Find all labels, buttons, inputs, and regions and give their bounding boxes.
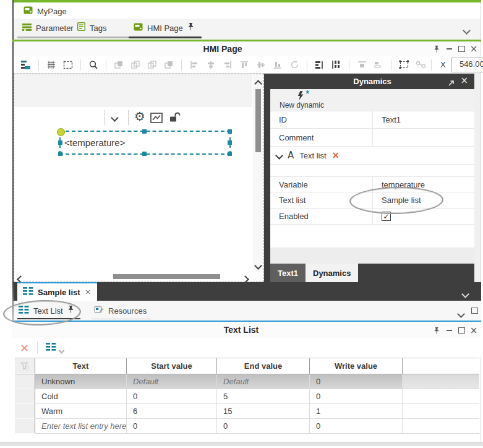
align-right-icon[interactable] (221, 59, 234, 71)
cell-end-value[interactable]: 15 (217, 404, 310, 419)
cell-write-value[interactable]: 1 (310, 404, 403, 419)
row-selector[interactable] (15, 374, 35, 389)
cell-write-value[interactable]: 0 (310, 374, 403, 389)
selection-handle[interactable] (58, 152, 62, 156)
cell-write-value[interactable]: 0 (310, 419, 403, 434)
selection-handle[interactable] (228, 140, 232, 145)
selection-handle[interactable] (228, 152, 232, 156)
selection-handle[interactable] (142, 129, 147, 134)
row-selector[interactable] (15, 389, 35, 404)
grid-icon[interactable] (45, 59, 58, 71)
row-selector[interactable] (15, 404, 35, 419)
link-icon[interactable] (414, 59, 427, 71)
hmi-canvas[interactable]: ⚙ <temperature> (14, 74, 264, 282)
scroll-down-icon[interactable] (255, 260, 261, 271)
select-area-icon[interactable] (398, 59, 410, 71)
cell-start-value[interactable]: 0 (127, 389, 217, 404)
element-chevron-down-icon[interactable] (112, 115, 118, 121)
zoom-icon[interactable] (87, 59, 100, 71)
bring-forward-icon[interactable] (129, 59, 142, 71)
distribute-horizontal-icon[interactable] (314, 59, 326, 71)
minimize-button[interactable] (444, 44, 454, 54)
enabled-checkbox[interactable]: ✓ (382, 212, 391, 221)
row-selector[interactable] (15, 419, 35, 434)
x-coordinate-spinbox[interactable] (451, 58, 483, 72)
undock-icon[interactable] (448, 78, 455, 89)
align-center-icon[interactable] (205, 59, 217, 71)
tab-hmi-page[interactable]: HMI Page (129, 20, 202, 36)
scroll-up-icon[interactable] (255, 78, 261, 89)
bring-to-front-icon[interactable] (113, 59, 125, 71)
distribute-vertical-icon[interactable] (330, 59, 343, 71)
minimize-button[interactable] (444, 325, 454, 335)
dropdown-chevron-icon[interactable] (59, 348, 65, 354)
cell-end-value[interactable]: 0 (217, 419, 310, 434)
send-to-back-icon[interactable] (163, 59, 175, 71)
new-textlist-icon[interactable] (46, 342, 56, 353)
align-top-icon[interactable] (238, 59, 250, 71)
tab-resources[interactable]: Resources (94, 303, 147, 318)
rotate-icon[interactable] (288, 59, 301, 71)
pin-icon[interactable] (187, 22, 194, 33)
selected-text-element[interactable]: <temperature> (59, 131, 231, 155)
new-dynamic-button[interactable]: * New dynamic (276, 90, 327, 110)
pin-icon[interactable] (67, 305, 74, 316)
maximize-button[interactable] (456, 44, 466, 54)
selection-frame-icon[interactable] (62, 59, 74, 71)
close-button[interactable]: × (469, 325, 479, 335)
align-middle-icon[interactable] (255, 59, 267, 71)
dynamics-close-icon[interactable]: × (460, 76, 468, 85)
gear-icon[interactable]: ⚙ (134, 109, 145, 124)
tab-parameter[interactable]: Parameter (17, 20, 80, 36)
cell-text[interactable]: Cold (35, 389, 127, 404)
cell-text[interactable]: Warm (35, 404, 127, 419)
doc-tab-mypage[interactable]: MyPage (20, 4, 71, 19)
pane-maximize-icon[interactable] (471, 308, 478, 314)
cell-end-value[interactable]: 5 (217, 389, 310, 404)
tab-text-list[interactable]: Text List (19, 303, 74, 318)
tab-overflow-chevron-icon[interactable] (464, 25, 469, 36)
tab-dynamics[interactable]: Dynamics (306, 264, 358, 282)
pane-chevron-icon[interactable] (458, 308, 464, 319)
tab-text1[interactable]: Text1 (270, 264, 306, 282)
selection-handle[interactable] (142, 152, 147, 156)
vscroll-thumb[interactable] (255, 89, 261, 152)
variable-value[interactable]: temperature (373, 177, 474, 192)
tabstrip-overflow-chevron-icon[interactable] (463, 288, 468, 299)
panel-splitter[interactable] (264, 74, 270, 282)
maximize-button[interactable] (456, 325, 466, 335)
canvas-hscrollbar[interactable] (14, 271, 253, 282)
hscroll-thumb[interactable] (113, 274, 220, 279)
delete-entry-icon[interactable]: × (20, 342, 29, 353)
close-button[interactable]: × (469, 44, 479, 54)
cell-text-placeholder[interactable]: Enter text list entry here (35, 419, 127, 434)
x-coordinate-input[interactable] (452, 58, 483, 71)
cell-write-value[interactable]: 0 (310, 389, 403, 404)
textlist-section-header[interactable]: A Text list × (270, 146, 474, 165)
canvas-vscrollbar[interactable] (253, 74, 263, 271)
pin-button[interactable] (432, 44, 442, 54)
comment-value[interactable] (373, 129, 474, 146)
send-backward-icon[interactable] (146, 59, 158, 71)
tab-close-icon[interactable]: × (85, 288, 92, 296)
collapse-chevron-icon[interactable] (276, 150, 282, 161)
tab-tags[interactable]: Tags (72, 20, 132, 36)
cell-start-value[interactable]: 0 (127, 419, 217, 434)
rotation-handle[interactable] (57, 128, 65, 136)
page-structure-icon[interactable] (20, 59, 32, 71)
cell-start-value[interactable]: Default (127, 374, 217, 389)
selection-handle[interactable] (228, 129, 232, 134)
remove-dynamic-icon[interactable]: × (332, 151, 340, 160)
tab-sample-list[interactable]: Sample list × (17, 282, 97, 301)
unlock-icon[interactable] (169, 111, 181, 122)
id-value[interactable]: Text1 (373, 111, 474, 128)
textlist-value[interactable]: Sample list (373, 192, 474, 208)
cell-end-value[interactable]: Default (217, 374, 310, 389)
match-height-icon[interactable] (372, 59, 385, 71)
cell-start-value[interactable]: 6 (127, 404, 217, 419)
cell-text[interactable]: Unknown (35, 374, 127, 389)
pin-button[interactable] (432, 325, 442, 335)
align-left-icon[interactable] (188, 59, 200, 71)
selection-handle[interactable] (58, 140, 62, 145)
align-bottom-icon[interactable] (271, 59, 284, 71)
